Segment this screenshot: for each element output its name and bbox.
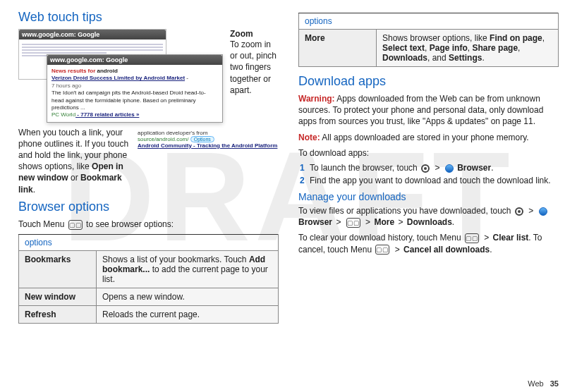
menu-icon: ▢▢ [465, 233, 479, 243]
mock-result-snippet: application developer's from source/andr… [138, 130, 279, 200]
section-heading-download-apps: Download apps [298, 74, 559, 89]
section-heading-browser-options: Browser options [18, 200, 279, 214]
options-table-2-header: options [299, 13, 559, 30]
globe-icon [539, 207, 547, 216]
home-icon [515, 207, 523, 216]
zoom-title: Zoom [230, 29, 279, 39]
manage-paragraph: To view files or applications you have d… [298, 205, 559, 228]
note-paragraph: Note: All apps downloaded are stored in … [298, 132, 559, 143]
zoom-body: To zoom in or out, pinch two fingers tog… [230, 39, 279, 96]
download-steps: 1To launch the browser, touch > Browser.… [300, 163, 559, 185]
mock-popup-body: News results for android Verizon Droid S… [47, 65, 222, 122]
globe-icon [445, 164, 454, 173]
touch-link-row: When you touch a link, your phone outlin… [18, 127, 279, 200]
left-column: Web touch tips www.google.com: Google ww… [18, 10, 279, 385]
section-heading-web-touch-tips: Web touch tips [18, 10, 279, 25]
menu-icon: ▢▢ [346, 218, 360, 228]
options-table-2: options More Shows browser options, like… [298, 13, 559, 67]
illustration-area: www.google.com: Google www.google.com: G… [18, 29, 279, 123]
mock-popup-titlebar: www.google.com: Google [47, 55, 222, 65]
mock-popup: www.google.com: Google News results for … [47, 54, 223, 123]
page: Web touch tips www.google.com: Google ww… [0, 0, 577, 392]
table-row: More Shows browser options, like Find on… [299, 30, 559, 67]
menu-icon: ▢▢ [375, 245, 389, 255]
home-icon [421, 164, 430, 173]
options-table-1-header: options [19, 235, 279, 251]
mock-browser-titlebar: www.google.com: Google [19, 30, 166, 39]
list-item: 2Find the app you want to download and t… [300, 176, 559, 185]
clear-paragraph: To clear your download history, touch Me… [298, 232, 559, 255]
subheading-manage-downloads: Manage your downloads [298, 191, 559, 202]
browser-options-intro: Touch Menu ▢▢ to see browser options: [18, 219, 279, 230]
touch-link-paragraph: When you touch a link, your phone outlin… [18, 127, 130, 195]
download-intro: To download apps: [298, 147, 559, 159]
zoom-tip: Zoom To zoom in or out, pinch two finger… [230, 29, 279, 123]
table-row: New window Opens a new window. [19, 288, 279, 306]
table-row: Bookmarks Shows a list of your bookmarks… [19, 251, 279, 288]
table-row: Refresh Reloads the current page. [19, 306, 279, 324]
list-item: 1To launch the browser, touch > Browser. [300, 163, 559, 173]
options-table-1: options Bookmarks Shows a list of your b… [18, 234, 279, 324]
right-column: options More Shows browser options, like… [298, 10, 559, 385]
warning-paragraph: Warning: Apps downloaded from the Web ca… [298, 93, 559, 128]
menu-icon: ▢▢ [68, 220, 83, 230]
